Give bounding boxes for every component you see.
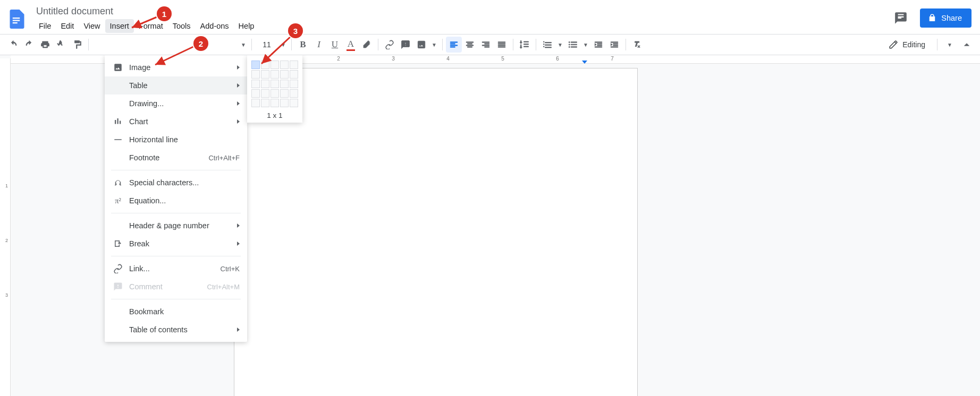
highlight-button[interactable] [359,37,375,53]
grid-cell[interactable] [261,80,269,88]
grid-cell[interactable] [251,80,260,88]
grid-cell[interactable] [290,61,298,69]
vertical-ruler[interactable]: 1 2 3 [0,58,11,396]
grid-cell[interactable] [271,99,279,107]
print-button[interactable] [37,37,53,53]
grid-cell[interactable] [271,70,279,79]
insert-drawing-item[interactable]: Drawing... [105,94,247,113]
grid-cell[interactable] [280,70,289,79]
grid-cell[interactable] [271,89,279,98]
grid-cell[interactable] [251,70,260,79]
hr-icon [112,135,124,144]
insert-header-item[interactable]: Header & page number [105,217,247,235]
grid-cell[interactable] [280,80,289,88]
align-left-button[interactable] [446,37,462,53]
grid-cell[interactable] [280,61,289,69]
insert-equation-item[interactable]: π² Equation... [105,192,247,210]
submenu-arrow-icon [237,223,240,228]
grid-cell[interactable] [290,80,298,88]
insert-break-item[interactable]: Break [105,235,247,253]
svg-rect-6 [114,139,122,140]
submenu-arrow-icon [237,119,240,124]
grid-cell[interactable] [261,89,269,98]
share-button[interactable]: Share [920,8,971,28]
menu-insert[interactable]: Insert [105,19,134,33]
pi-icon: π² [112,196,124,205]
grid-cell[interactable] [290,70,298,79]
bulleted-list-button[interactable] [565,37,581,53]
right-margin-marker[interactable] [582,61,587,64]
align-right-button[interactable] [478,37,494,53]
insert-comment-button[interactable] [398,37,413,53]
numbered-list-button[interactable] [539,37,555,53]
grid-cell[interactable] [290,89,298,98]
grid-cell[interactable] [280,99,289,107]
grid-cell[interactable] [271,61,279,69]
text-color-button[interactable]: A [343,37,359,53]
menu-edit[interactable]: Edit [56,19,79,33]
outdent-button[interactable] [590,37,606,53]
annotation-3: 3 [288,23,303,38]
hide-menus-button[interactable] [959,37,975,53]
table-grid[interactable] [251,61,298,107]
mode-dropdown[interactable]: ▼ [945,42,954,48]
font-size-dropdown[interactable]: ▼ [278,42,288,48]
grid-cell[interactable] [251,89,260,98]
image-dropdown[interactable]: ▼ [429,42,439,48]
grid-cell[interactable] [251,99,260,107]
svg-rect-0 [13,18,20,19]
italic-button[interactable]: I [311,37,327,53]
document-title[interactable]: Untitled document [34,5,259,17]
underline-button[interactable]: U [327,37,343,53]
insert-table-item[interactable]: Table [105,76,247,94]
menubar: File Edit View Insert Format Tools Add-o… [34,19,259,33]
grid-cell[interactable] [280,89,289,98]
style-dropdown[interactable]: ▼ [239,42,248,48]
menu-view[interactable]: View [79,19,105,33]
redo-button[interactable] [21,37,37,53]
table-size-picker[interactable]: 1 x 1 [247,55,302,123]
font-size-input[interactable]: 11 [255,39,278,50]
svg-point-5 [569,46,570,47]
undo-button[interactable] [5,37,21,53]
menu-addons[interactable]: Add-ons [196,19,234,33]
align-justify-button[interactable] [494,37,510,53]
align-center-button[interactable] [462,37,478,53]
paint-format-button[interactable] [69,37,85,53]
svg-rect-1 [13,20,20,21]
insert-bookmark-item[interactable]: Bookmark [105,303,247,321]
grid-cell[interactable] [261,99,269,107]
insert-link-button[interactable] [382,37,398,53]
insert-image-button[interactable] [413,37,429,53]
clear-formatting-button[interactable] [629,37,645,53]
insert-image-item[interactable]: Image [105,58,247,76]
menu-format[interactable]: Format [134,19,168,33]
menu-tools[interactable]: Tools [168,19,196,33]
menu-help[interactable]: Help [234,19,259,33]
insert-chart-item[interactable]: Chart [105,113,247,131]
grid-cell[interactable] [261,61,269,69]
open-comments-button[interactable] [890,7,911,29]
grid-cell[interactable] [251,61,260,69]
mode-button[interactable]: Editing [884,38,930,51]
chart-icon [112,117,124,126]
insert-toc-item[interactable]: Table of contents [105,321,247,339]
grid-cell[interactable] [261,70,269,79]
grid-cell[interactable] [271,80,279,88]
insert-hr-item[interactable]: Horizontal line [105,131,247,149]
menu-file[interactable]: File [34,19,56,33]
numbered-list-dropdown[interactable]: ▼ [555,42,565,48]
bold-button[interactable]: B [295,37,311,53]
insert-footnote-item[interactable]: Footnote Ctrl+Alt+F [105,149,247,167]
indent-button[interactable] [606,37,622,53]
docs-logo[interactable] [6,8,28,30]
lock-icon [927,13,937,23]
bulleted-list-dropdown[interactable]: ▼ [581,42,590,48]
svg-point-3 [569,41,570,42]
svg-rect-2 [13,22,18,23]
insert-link-item[interactable]: Link... Ctrl+K [105,260,247,278]
grid-cell[interactable] [290,99,298,107]
spellcheck-button[interactable] [53,37,69,53]
insert-special-item[interactable]: Special characters... [105,174,247,192]
line-spacing-button[interactable] [517,37,533,53]
